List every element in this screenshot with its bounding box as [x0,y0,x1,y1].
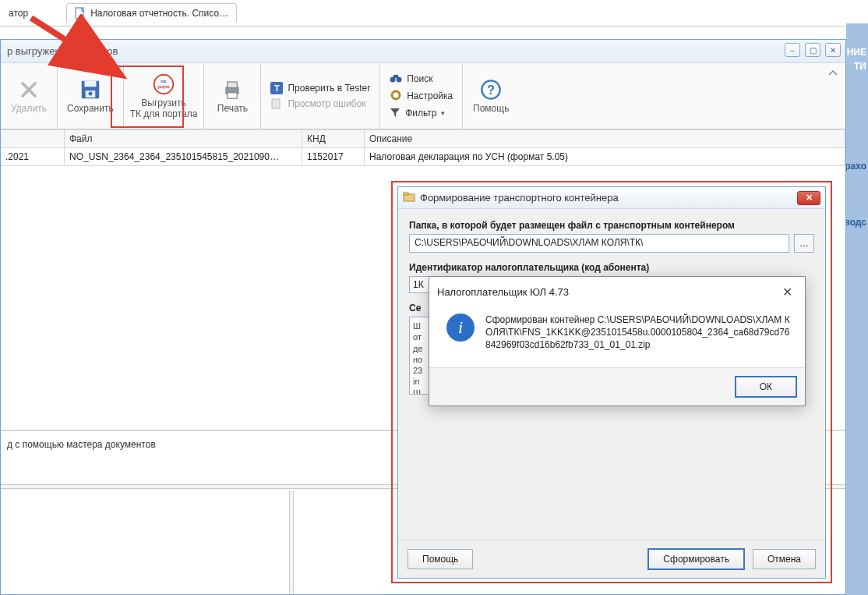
msgbox-title: Налогоплательщик ЮЛ 4.73 ✕ [429,277,805,307]
col-knd[interactable]: КНД [302,130,365,147]
tester-icon: T [270,82,283,94]
help-icon: ? [478,77,503,102]
col-desc[interactable]: Описание [365,130,845,147]
gear-icon [390,89,402,104]
msgbox-text: Сформирован контейнер C:\USERS\РАБОЧИЙ\D… [485,313,792,352]
funnel-icon [390,107,400,120]
col-file[interactable]: Файл [65,130,302,147]
view-errors-button[interactable]: Просмотр ошибок [269,97,372,111]
svg-rect-23 [404,193,408,195]
print-button[interactable]: Печать [209,76,256,116]
tab-label: Налоговая отчетность. Списо… [90,8,228,19]
document-icon [75,7,86,19]
settings-button[interactable]: Настройка [388,88,454,104]
export-tk-button[interactable]: госуслуги Выгрузить ТК для портала [125,70,203,122]
tab-tax-report-list[interactable]: Налоговая отчетность. Списо… [66,3,237,23]
svg-text:услуги: услуги [157,85,170,89]
folder-path-input[interactable]: C:\USERS\РАБОЧИЙ\DOWNLOADS\ХЛАМ КОЛЯ\ТК\ [409,234,789,253]
dialog-close-button[interactable]: ✕ [797,191,820,205]
dialog-help-button[interactable]: Помощь [408,549,473,569]
svg-text:гос: гос [161,80,167,83]
errors-icon [270,97,283,110]
save-button[interactable]: Сохранить [62,76,118,116]
right-sidebar-fragment: НИЕ ТИ рахо водс [846,23,868,595]
toolbar: Удалить Сохранить госуслуги Выгрузить ТК… [1,63,845,129]
search-button[interactable]: Поиск [388,72,454,87]
save-icon [78,77,103,102]
svg-rect-9 [228,82,238,88]
tab-navigator[interactable]: атор [0,4,43,22]
chevron-down-icon: ▾ [441,109,445,117]
msgbox-close-button[interactable]: ✕ [778,283,797,301]
svg-rect-11 [272,99,280,108]
svg-rect-2 [84,81,96,87]
window-title: р выгруженных файлов – ▢ ✕ [1,40,845,63]
cell-knd: 1152017 [302,148,365,165]
close-button[interactable]: ✕ [825,43,841,57]
subscriber-id-label: Идентификатор налогоплательщика (код або… [409,262,783,273]
info-icon: i [446,313,475,342]
maximize-button[interactable]: ▢ [805,43,820,57]
cancel-button[interactable]: Отмена [753,549,816,569]
folder-label: Папка, в которой будет размещен файл с т… [409,220,814,231]
filter-button[interactable]: Фильтр ▾ [388,106,454,121]
vertical-splitter[interactable] [289,491,294,594]
form-container-button[interactable]: Сформировать [647,548,745,570]
dialog-title: Формирование транспортного контейнера ✕ [398,187,825,209]
gosuslugi-icon: госуслуги [151,72,176,97]
help-button[interactable]: ? Помощь [468,76,514,116]
delete-icon [16,77,41,102]
delete-button[interactable]: Удалить [5,76,52,116]
cell-date: .2021 [1,148,65,165]
cell-file: NO_USN_2364_2364_235101545815_2021090… [65,148,302,165]
message-box: Налогоплательщик ЮЛ 4.73 ✕ i Сформирован… [429,276,806,406]
dialog-icon [403,191,415,204]
browse-button[interactable]: … [794,234,814,253]
svg-rect-14 [393,75,398,78]
cell-desc: Налоговая декларация по УСН (формат 5.05… [365,148,845,165]
binoculars-icon [390,73,402,86]
col-date[interactable] [1,130,65,147]
svg-marker-17 [390,108,400,117]
document-tabs: атор Налоговая отчетность. Списо… [0,0,868,27]
minimize-button[interactable]: – [785,43,800,57]
svg-point-4 [88,92,92,96]
check-tester-button[interactable]: T Проверить в Tester [269,81,372,95]
collapse-ribbon-button[interactable] [827,68,839,77]
printer-icon [220,77,245,102]
table-row[interactable]: .2021 NO_USN_2364_2364_235101545815_2021… [1,148,845,166]
ok-button[interactable]: ОК [735,376,797,398]
svg-point-16 [394,94,397,97]
svg-text:?: ? [487,83,495,97]
grid-header: Файл КНД Описание [1,129,845,148]
svg-rect-10 [228,93,238,99]
